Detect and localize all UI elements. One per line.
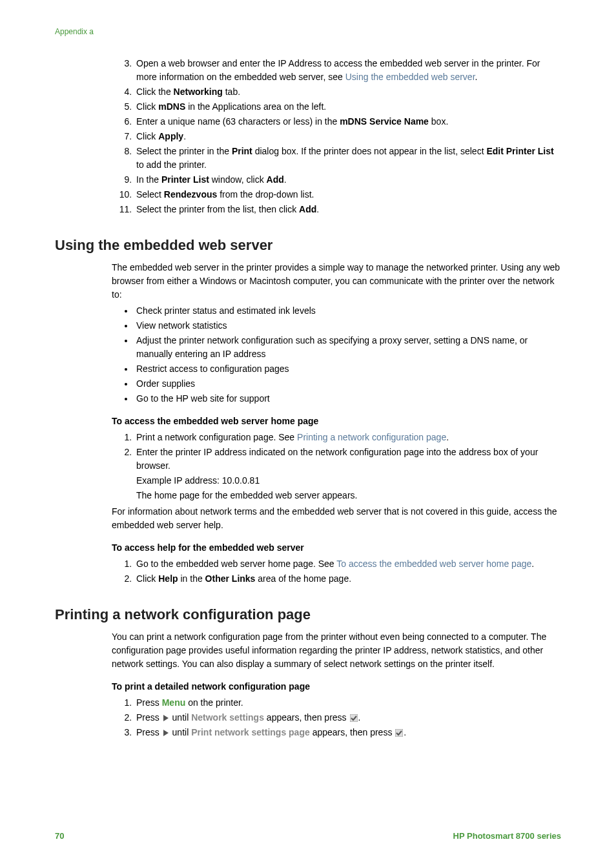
right-arrow-icon <box>163 730 169 736</box>
ews-help-step-1: Go to the embedded web server home page.… <box>134 557 561 571</box>
ews-bullets: Check printer status and estimated ink l… <box>112 304 561 406</box>
ok-check-icon <box>350 714 358 722</box>
pcfg-step-1: Press Menu on the printer. <box>134 696 561 710</box>
step-5: Click mDNS in the Applications area on t… <box>134 100 561 114</box>
link-using-ews[interactable]: Using the embedded web server <box>345 72 475 82</box>
sub-print-detailed: To print a detailed network configuratio… <box>112 680 561 694</box>
bullet-support: Go to the HP web site for support <box>134 392 561 406</box>
heading-print-cfg: Printing a network configuration page <box>55 604 561 625</box>
ews-info-note: For information about network terms and … <box>112 505 561 532</box>
home-page-appears: The home page for the embedded web serve… <box>136 489 561 502</box>
step-7: Click Apply. <box>134 130 561 143</box>
right-arrow-icon <box>163 715 169 721</box>
heading-using-ews: Using the embedded web server <box>55 234 561 256</box>
continued-steps: Open a web browser and enter the IP Addr… <box>112 57 561 216</box>
bullet-stats: View network statistics <box>134 319 561 333</box>
bullet-status: Check printer status and estimated ink l… <box>134 304 561 318</box>
example-ip: Example IP address: 10.0.0.81 <box>136 474 561 488</box>
bullet-adjust: Adjust the printer network configuration… <box>134 334 561 361</box>
pcfg-intro: You can print a network configuration pa… <box>112 630 561 671</box>
ok-check-icon <box>395 729 403 737</box>
pcfg-step-3: Press until Print network settings page … <box>134 726 561 739</box>
step-11: Select the printer from the list, then c… <box>134 203 561 216</box>
bullet-order: Order supplies <box>134 377 561 391</box>
menu-button-label: Menu <box>162 697 186 708</box>
ews-help-step-2: Click Help in the Other Links area of th… <box>134 572 561 586</box>
step-3: Open a web browser and enter the IP Addr… <box>134 57 561 84</box>
svg-marker-0 <box>163 715 169 721</box>
svg-rect-3 <box>395 729 403 737</box>
pcfg-step-2: Press until Network settings appears, th… <box>134 711 561 725</box>
sub-access-ews-home: To access the embedded web server home p… <box>112 415 561 428</box>
svg-rect-1 <box>350 714 358 722</box>
step-9: In the Printer List window, click Add. <box>134 173 561 187</box>
network-settings-label: Network settings <box>191 712 264 723</box>
page-footer: 70 HP Photosmart 8700 series <box>55 830 561 843</box>
step-4: Click the Networking tab. <box>134 85 561 99</box>
link-print-cfg-page[interactable]: Printing a network configuration page <box>297 432 446 442</box>
svg-marker-2 <box>163 730 169 736</box>
step-6: Enter a unique name (63 characters or le… <box>134 115 561 128</box>
step-10: Select Rendezvous from the drop-down lis… <box>134 188 561 201</box>
appendix-label: Appendix a <box>55 26 561 37</box>
ews-home-step-2: Enter the printer IP address indicated o… <box>134 446 561 502</box>
step-8: Select the printer in the Print dialog b… <box>134 145 561 172</box>
print-network-settings-label: Print network settings page <box>191 727 310 737</box>
link-access-ews-home[interactable]: To access the embedded web server home p… <box>336 559 531 569</box>
page-number: 70 <box>55 830 64 843</box>
bullet-restrict: Restrict access to configuration pages <box>134 362 561 376</box>
sub-access-ews-help: To access help for the embedded web serv… <box>112 541 561 555</box>
ews-intro: The embedded web server in the printer p… <box>112 261 561 302</box>
ews-home-step-1: Print a network configuration page. See … <box>134 431 561 444</box>
product-name: HP Photosmart 8700 series <box>453 830 561 843</box>
